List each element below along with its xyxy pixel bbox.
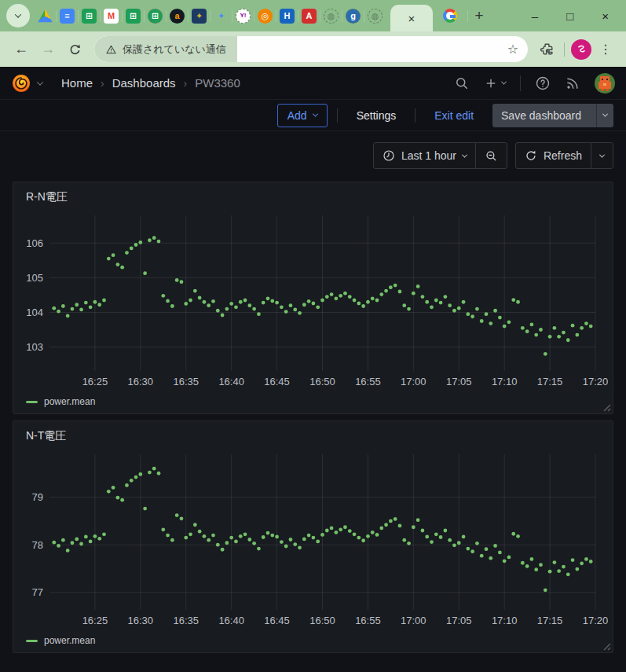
tab-google[interactable] xyxy=(433,2,467,29)
bookmark-star-icon[interactable]: ☆ xyxy=(507,42,518,57)
news-rss-icon[interactable] xyxy=(565,75,580,91)
pinned-tab-crest[interactable]: ✦ xyxy=(192,9,207,24)
breadcrumb-separator: › xyxy=(99,77,106,90)
user-avatar[interactable] xyxy=(595,73,615,94)
toolbar-divider xyxy=(415,108,416,123)
dashboard-edit-toolbar: Add Settings Exit edit Save dashboard xyxy=(0,100,626,131)
pinned-tab-sheets-dashed[interactable]: ⊞ xyxy=(148,9,163,24)
series-label[interactable]: power.mean xyxy=(44,635,95,646)
save-options-button[interactable] xyxy=(596,104,613,127)
browser-window: ≡⊞M⊞⊞a✦✦Y!◎HA◍g◍ × + – □ × ← → 保護されていない通… xyxy=(0,0,626,672)
reload-button[interactable] xyxy=(63,38,86,61)
svg-text:77: 77 xyxy=(32,586,43,598)
refresh-button[interactable]: Refresh xyxy=(516,143,591,168)
refresh-interval-button[interactable] xyxy=(591,143,613,168)
tab-separator xyxy=(210,10,210,22)
breadcrumb-separator: › xyxy=(182,77,189,90)
svg-text:16:30: 16:30 xyxy=(128,376,154,387)
svg-text:17:15: 17:15 xyxy=(537,615,563,626)
timeseries-chart[interactable]: 10310410510616:2516:3016:3516:4016:4516:… xyxy=(20,209,608,391)
pinned-tab-sparkle[interactable]: ✦ xyxy=(214,9,229,24)
svg-text:16:35: 16:35 xyxy=(173,615,199,626)
tab-separator xyxy=(298,10,298,22)
breadcrumb-home[interactable]: Home xyxy=(61,76,93,90)
tab-separator xyxy=(144,10,145,22)
tab-separator xyxy=(254,10,254,22)
back-button[interactable]: ← xyxy=(9,38,33,61)
refresh-group: Refresh xyxy=(515,142,613,169)
series-label[interactable]: power.mean xyxy=(44,396,95,407)
reload-icon xyxy=(68,42,82,56)
puzzle-icon xyxy=(540,42,555,57)
extensions-button[interactable] xyxy=(536,39,558,61)
pinned-tab-sheets-2[interactable]: ⊞ xyxy=(126,9,141,24)
svg-text:16:40: 16:40 xyxy=(218,376,244,387)
help-icon[interactable] xyxy=(535,75,551,91)
pinned-tab-gmail[interactable]: M xyxy=(104,9,119,24)
svg-text:17:00: 17:00 xyxy=(401,615,426,626)
address-bar[interactable]: 保護されていない通信 ☆ xyxy=(94,36,528,62)
save-dashboard-label[interactable]: Save dashboard xyxy=(492,109,590,122)
zoom-out-button[interactable] xyxy=(475,143,507,168)
dashboard-content: Last 1 hour Refresh R-N電圧 10310410 xyxy=(0,142,626,653)
pinned-tab-dashed-gray[interactable]: ◍ xyxy=(324,9,339,24)
pinned-tab-h-site[interactable]: H xyxy=(280,9,295,24)
profile-glyph-icon xyxy=(575,43,588,56)
profile-avatar[interactable] xyxy=(571,39,591,60)
minimize-button[interactable]: – xyxy=(532,9,538,23)
pinned-tab-yahoo[interactable]: Y! xyxy=(236,9,251,24)
security-chip[interactable]: 保護されていない通信 xyxy=(94,36,237,62)
series-color-marker xyxy=(26,640,38,642)
pinned-tab-pdf[interactable]: A xyxy=(302,9,317,24)
pinned-tab-audio-orange[interactable]: ◎ xyxy=(258,9,273,24)
pinned-tab-dashed-gray-2[interactable]: ◍ xyxy=(368,9,383,24)
tab-separator xyxy=(276,10,276,22)
add-panel-button[interactable]: Add xyxy=(277,104,328,127)
new-menu-button[interactable] xyxy=(484,76,506,90)
panel-resize-handle[interactable] xyxy=(602,403,611,412)
chevron-down-icon xyxy=(462,152,467,157)
breadcrumb-dashboards[interactable]: Dashboards xyxy=(112,76,176,90)
pinned-tab-docs[interactable]: ≡ xyxy=(60,9,75,24)
pinned-tab-drive[interactable] xyxy=(38,9,53,24)
tab-search-button[interactable] xyxy=(6,4,30,28)
breadcrumb-current: PW3360 xyxy=(195,76,240,90)
window-controls: – □ × xyxy=(532,9,618,23)
browser-menu-button[interactable]: ⋮ xyxy=(595,39,617,61)
new-tab-button[interactable]: + xyxy=(468,5,490,27)
pinned-tab-amazon[interactable]: a xyxy=(170,9,185,24)
search-icon[interactable] xyxy=(454,75,470,91)
save-dashboard-button[interactable]: Save dashboard xyxy=(492,104,613,127)
close-window-button[interactable]: × xyxy=(602,9,609,23)
tab-separator xyxy=(364,10,364,22)
svg-text:16:55: 16:55 xyxy=(355,376,381,387)
tab-separator xyxy=(78,10,79,22)
org-switcher-chevron-icon[interactable] xyxy=(37,79,43,85)
panel-title[interactable]: R-N電圧 xyxy=(20,187,606,209)
exit-edit-button[interactable]: Exit edit xyxy=(425,104,483,127)
svg-text:17:05: 17:05 xyxy=(446,615,472,626)
security-chip-label: 保護されていない通信 xyxy=(123,42,226,57)
time-controls: Last 1 hour Refresh xyxy=(13,142,613,169)
browser-toolbar: ← → 保護されていない通信 ☆ ⋮ xyxy=(0,31,626,67)
svg-text:16:45: 16:45 xyxy=(264,615,290,626)
pinned-tab-gli[interactable]: g xyxy=(346,9,361,24)
tab-strip: ≡⊞M⊞⊞a✦✦Y!◎HA◍g◍ × + – □ × xyxy=(0,0,626,31)
settings-button[interactable]: Settings xyxy=(347,104,406,127)
panel-resize-handle[interactable] xyxy=(602,642,611,651)
active-tab[interactable]: × xyxy=(390,5,433,31)
grafana-logo[interactable] xyxy=(11,73,31,94)
refresh-label: Refresh xyxy=(544,149,582,162)
panel-title[interactable]: N-T電圧 xyxy=(20,426,606,448)
series-color-marker xyxy=(26,401,38,403)
pinned-tab-sheets[interactable]: ⊞ xyxy=(82,9,97,24)
svg-text:17:00: 17:00 xyxy=(401,376,426,387)
close-tab-icon[interactable]: × xyxy=(408,12,416,25)
panel-rn-voltage: R-N電圧 10310410510616:2516:3016:3516:4016… xyxy=(13,182,613,414)
legend: power.mean xyxy=(20,633,606,648)
timeseries-chart[interactable]: 77787916:2516:3016:3516:4016:4516:5016:5… xyxy=(20,448,608,630)
time-range-picker[interactable]: Last 1 hour xyxy=(374,143,475,168)
time-range-group: Last 1 hour xyxy=(373,142,507,169)
maximize-button[interactable]: □ xyxy=(566,9,573,23)
toolbar-separator xyxy=(564,42,565,57)
